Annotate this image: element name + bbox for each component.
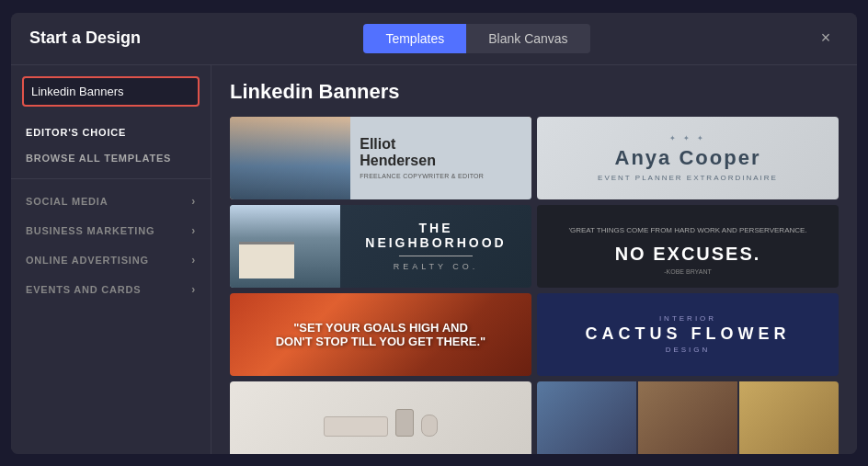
desk-phone-icon [395, 409, 414, 437]
section-title: Linkedin Banners [230, 80, 839, 104]
chevron-down-icon: › [191, 254, 196, 267]
search-clear-button[interactable]: × [193, 85, 200, 98]
content-area: Linkedin Banners ElliotHendersen FREELAN… [211, 65, 857, 454]
collage-photo-2 [638, 381, 737, 454]
template-anya-subtitle: EVENT PLANNER EXTRAORDINAIRE [598, 174, 778, 182]
template-neighborhood-divider [399, 256, 473, 256]
template-goals-content: "SET YOUR GOALS HIGH ANDDON'T STOP TILL … [230, 293, 531, 376]
sidebar: × 🔍 Editor's Choice Browse All Templates… [11, 65, 211, 454]
modal-header: Start a Design Templates Blank Canvas × [11, 13, 857, 65]
search-input[interactable] [24, 78, 193, 105]
desk-mouse-icon [421, 415, 438, 437]
sidebar-item-business-marketing[interactable]: Business Marketing › [11, 216, 211, 245]
template-desk[interactable] [230, 381, 531, 454]
sidebar-item-browse-all[interactable]: Browse All Templates [11, 145, 211, 171]
template-desk-content [230, 381, 531, 454]
template-anya-name: Anya Cooper [598, 146, 778, 170]
sidebar-item-editors-choice[interactable]: Editor's Choice [11, 119, 211, 145]
template-cactus-pre: INTERIOR [659, 314, 716, 323]
template-goals-quote: "SET YOUR GOALS HIGH ANDDON'T STOP TILL … [268, 313, 494, 356]
template-neighborhood-name: THE NEIGHBORHOOD [351, 221, 520, 250]
sidebar-item-social-media[interactable]: Social Media › [11, 187, 211, 216]
template-anya[interactable]: ✦ ✦ ✦ Anya Cooper EVENT PLANNER EXTRAORD… [537, 117, 839, 199]
template-cactus[interactable]: INTERIOR CACTUS FLOWER DESIGN [537, 293, 839, 376]
template-excuses-attribution: -KOBE BRYANT [664, 268, 711, 275]
template-goals[interactable]: "SET YOUR GOALS HIGH ANDDON'T STOP TILL … [230, 293, 531, 376]
tab-templates[interactable]: Templates [363, 24, 466, 53]
template-cactus-name: CACTUS FLOWER [586, 324, 791, 344]
template-neighborhood-sub: REALTY CO. [351, 262, 520, 271]
chevron-down-icon: › [191, 283, 196, 296]
template-neighborhood[interactable]: THE NEIGHBORHOOD REALTY CO. [230, 205, 531, 288]
close-button[interactable]: × [813, 26, 839, 51]
collage-photo-1 [537, 381, 636, 454]
template-cactus-post: DESIGN [666, 346, 711, 354]
template-neighborhood-image [230, 205, 340, 288]
template-elliot-subtitle: FREELANCE COPYWRITER & EDITOR [360, 173, 484, 179]
collage-photo-3 [739, 381, 839, 454]
chevron-down-icon: › [191, 195, 196, 208]
template-elliot-photo: ElliotHendersen FREELANCE COPYWRITER & E… [230, 117, 531, 199]
template-neighborhood-text: THE NEIGHBORHOOD REALTY CO. [340, 210, 531, 282]
template-excuses-main: NO EXCUSES. [615, 244, 761, 265]
search-box[interactable]: × 🔍 [22, 76, 200, 107]
template-collage[interactable] [537, 381, 839, 454]
header-tabs: Templates Blank Canvas [363, 24, 589, 53]
sidebar-item-online-advertising[interactable]: Online Advertising › [11, 245, 211, 275]
desk-keyboard-icon [324, 416, 388, 437]
template-anya-content: ✦ ✦ ✦ Anya Cooper EVENT PLANNER EXTRAORD… [598, 134, 778, 182]
template-excuses[interactable]: 'GREAT THINGS COME FROM HARD WORK AND PE… [537, 205, 839, 288]
template-anya-decoration: ✦ ✦ ✦ [598, 134, 778, 142]
sidebar-divider [11, 178, 211, 179]
sidebar-item-events-and-cards[interactable]: Events and Cards › [11, 275, 211, 304]
template-elliot[interactable]: ElliotHendersen FREELANCE COPYWRITER & E… [230, 117, 531, 199]
tab-blank-canvas[interactable]: Blank Canvas [466, 24, 589, 53]
templates-grid: ElliotHendersen FREELANCE COPYWRITER & E… [230, 117, 839, 454]
template-excuses-quote: 'GREAT THINGS COME FROM HARD WORK AND PE… [561, 218, 814, 244]
modal-title: Start a Design [29, 28, 141, 48]
start-design-modal: Start a Design Templates Blank Canvas × … [11, 13, 857, 454]
template-elliot-name: ElliotHendersen [360, 136, 484, 168]
template-neighborhood-content: THE NEIGHBORHOOD REALTY CO. [230, 205, 531, 288]
chevron-down-icon: › [191, 224, 196, 237]
modal-body: × 🔍 Editor's Choice Browse All Templates… [11, 65, 857, 454]
template-desk-items [324, 409, 438, 437]
